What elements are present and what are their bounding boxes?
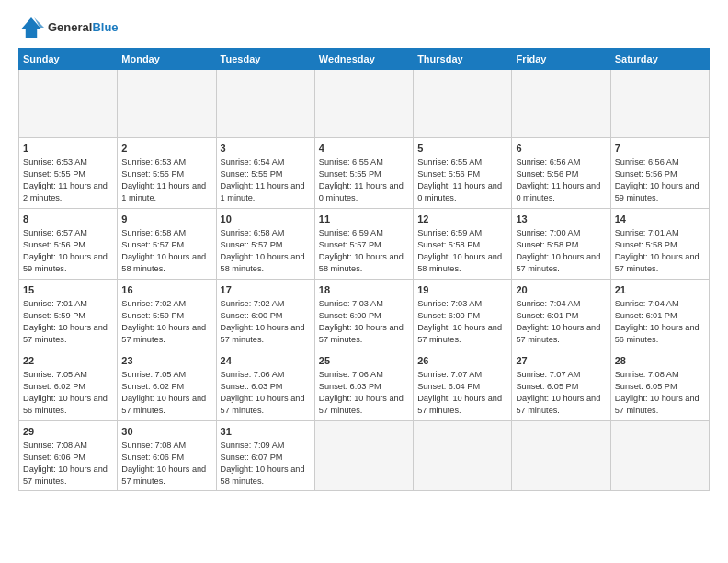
week-row-3: 15Sunrise: 7:01 AMSunset: 5:59 PMDayligh… [19, 279, 710, 350]
daylight: Daylight: 10 hours and 57 minutes. [516, 323, 600, 344]
sunrise: Sunrise: 6:58 AM [121, 228, 186, 237]
logo-text: GeneralBlue [48, 20, 119, 35]
col-header-tuesday: Tuesday [216, 49, 314, 70]
daylight: Daylight: 10 hours and 58 minutes. [319, 252, 404, 273]
day-cell: 12Sunrise: 6:59 AMSunset: 5:58 PMDayligh… [414, 208, 512, 279]
daylight: Daylight: 10 hours and 57 minutes. [319, 394, 404, 415]
day-number: 17 [221, 283, 311, 297]
day-cell: 20Sunrise: 7:04 AMSunset: 6:01 PMDayligh… [512, 279, 610, 350]
sunrise: Sunrise: 7:01 AM [615, 228, 679, 237]
day-cell: 30Sunrise: 7:08 AMSunset: 6:06 PMDayligh… [118, 420, 216, 491]
sunrise: Sunrise: 7:00 AM [516, 228, 580, 237]
sunset: Sunset: 5:57 PM [221, 240, 283, 249]
sunrise: Sunrise: 7:05 AM [121, 370, 186, 379]
logo-icon [18, 15, 44, 40]
day-number: 16 [121, 283, 211, 297]
daylight: Daylight: 10 hours and 58 minutes. [221, 465, 305, 486]
day-cell [610, 70, 709, 138]
week-row-0 [19, 70, 710, 138]
daylight: Daylight: 11 hours and 0 minutes. [319, 181, 404, 202]
daylight: Daylight: 10 hours and 56 minutes. [615, 323, 700, 344]
sunrise: Sunrise: 7:09 AM [221, 441, 285, 450]
week-row-5: 29Sunrise: 7:08 AMSunset: 6:06 PMDayligh… [19, 420, 710, 491]
day-cell [610, 420, 709, 491]
day-cell: 8Sunrise: 6:57 AMSunset: 5:56 PMDaylight… [19, 208, 118, 279]
sunrise: Sunrise: 6:54 AM [221, 157, 285, 167]
sunrise: Sunrise: 7:03 AM [319, 299, 383, 308]
daylight: Daylight: 10 hours and 59 minutes. [615, 181, 700, 202]
daylight: Daylight: 10 hours and 57 minutes. [121, 323, 206, 344]
daylight: Daylight: 10 hours and 57 minutes. [221, 323, 305, 344]
day-number: 30 [121, 425, 211, 439]
col-header-monday: Monday [118, 49, 216, 70]
daylight: Daylight: 10 hours and 57 minutes. [121, 394, 206, 415]
daylight: Daylight: 10 hours and 59 minutes. [23, 252, 108, 273]
day-cell [314, 70, 413, 138]
daylight: Daylight: 10 hours and 57 minutes. [516, 394, 600, 415]
day-cell: 6Sunrise: 6:56 AMSunset: 5:56 PMDaylight… [512, 138, 610, 209]
sunset: Sunset: 5:57 PM [319, 240, 381, 249]
day-cell: 19Sunrise: 7:03 AMSunset: 6:00 PMDayligh… [414, 279, 512, 350]
sunset: Sunset: 5:58 PM [417, 240, 480, 249]
day-cell: 14Sunrise: 7:01 AMSunset: 5:58 PMDayligh… [610, 208, 709, 279]
daylight: Daylight: 10 hours and 58 minutes. [221, 252, 305, 273]
sunset: Sunset: 6:06 PM [23, 453, 85, 462]
day-cell: 26Sunrise: 7:07 AMSunset: 6:04 PMDayligh… [414, 350, 512, 420]
sunrise: Sunrise: 7:03 AM [417, 299, 482, 308]
day-number: 5 [417, 142, 507, 155]
day-cell [19, 70, 118, 138]
day-cell: 25Sunrise: 7:06 AMSunset: 6:03 PMDayligh… [314, 350, 413, 420]
daylight: Daylight: 11 hours and 1 minute. [121, 181, 206, 202]
sunset: Sunset: 6:07 PM [221, 453, 283, 462]
sunset: Sunset: 5:55 PM [221, 169, 283, 178]
day-number: 9 [121, 213, 211, 226]
day-number: 18 [319, 283, 409, 297]
day-number: 13 [516, 213, 606, 226]
sunset: Sunset: 5:56 PM [417, 169, 480, 178]
week-row-4: 22Sunrise: 7:05 AMSunset: 6:02 PMDayligh… [19, 350, 710, 420]
sunset: Sunset: 6:00 PM [417, 311, 480, 320]
daylight: Daylight: 11 hours and 0 minutes. [417, 181, 502, 202]
daylight: Daylight: 11 hours and 1 minute. [221, 181, 305, 202]
day-number: 2 [121, 142, 211, 155]
day-number: 22 [23, 354, 113, 368]
day-number: 4 [319, 142, 409, 155]
day-cell: 17Sunrise: 7:02 AMSunset: 6:00 PMDayligh… [216, 279, 314, 350]
sunset: Sunset: 5:59 PM [121, 311, 184, 320]
day-cell [216, 70, 314, 138]
day-cell: 3Sunrise: 6:54 AMSunset: 5:55 PMDaylight… [216, 138, 314, 209]
day-cell: 13Sunrise: 7:00 AMSunset: 5:58 PMDayligh… [512, 208, 610, 279]
day-cell: 24Sunrise: 7:06 AMSunset: 6:03 PMDayligh… [216, 350, 314, 420]
daylight: Daylight: 10 hours and 57 minutes. [615, 252, 700, 273]
day-number: 7 [615, 142, 705, 155]
daylight: Daylight: 10 hours and 57 minutes. [23, 323, 108, 344]
daylight: Daylight: 10 hours and 57 minutes. [221, 394, 305, 415]
day-cell: 15Sunrise: 7:01 AMSunset: 5:59 PMDayligh… [19, 279, 118, 350]
sunrise: Sunrise: 6:56 AM [516, 157, 580, 167]
sunrise: Sunrise: 7:06 AM [319, 370, 383, 379]
day-number: 29 [23, 425, 113, 439]
day-number: 27 [516, 354, 606, 368]
sunrise: Sunrise: 6:53 AM [121, 157, 186, 167]
day-number: 19 [417, 283, 507, 297]
day-cell: 7Sunrise: 6:56 AMSunset: 5:56 PMDaylight… [610, 138, 709, 209]
day-number: 3 [221, 142, 311, 155]
day-cell [314, 420, 413, 491]
sunset: Sunset: 5:55 PM [319, 169, 381, 178]
sunrise: Sunrise: 7:04 AM [615, 299, 679, 308]
daylight: Daylight: 11 hours and 2 minutes. [23, 181, 108, 202]
day-cell: 31Sunrise: 7:09 AMSunset: 6:07 PMDayligh… [216, 420, 314, 491]
day-cell: 11Sunrise: 6:59 AMSunset: 5:57 PMDayligh… [314, 208, 413, 279]
day-cell [512, 70, 610, 138]
day-number: 10 [221, 213, 311, 226]
daylight: Daylight: 10 hours and 58 minutes. [417, 252, 502, 273]
sunrise: Sunrise: 6:53 AM [23, 157, 87, 167]
sunrise: Sunrise: 7:07 AM [516, 370, 580, 379]
sunset: Sunset: 6:02 PM [23, 382, 85, 391]
col-header-thursday: Thursday [414, 49, 512, 70]
day-cell: 29Sunrise: 7:08 AMSunset: 6:06 PMDayligh… [19, 420, 118, 491]
day-cell: 2Sunrise: 6:53 AMSunset: 5:55 PMDaylight… [118, 138, 216, 209]
day-cell: 21Sunrise: 7:04 AMSunset: 6:01 PMDayligh… [610, 279, 709, 350]
sunset: Sunset: 6:01 PM [516, 311, 578, 320]
sunrise: Sunrise: 6:55 AM [319, 157, 383, 167]
